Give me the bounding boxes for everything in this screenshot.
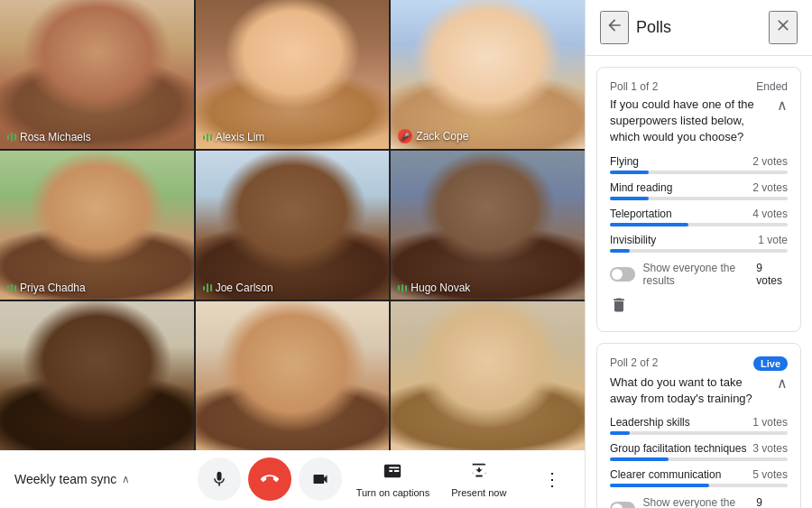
poll-1-bar-2 <box>610 197 649 200</box>
poll-2-opt-3-label: Clearer communication <box>610 468 721 481</box>
camera-button[interactable] <box>299 457 342 501</box>
poll-1-footer: Show everyone the results 9 votes <box>610 262 788 287</box>
participant-name-zack: 🎤 Zack Cope <box>398 129 468 143</box>
poll-2-number: Poll 2 of 2 <box>610 356 658 369</box>
poll-1-question-row: If you could have one of the superpowers… <box>610 97 788 146</box>
close-button[interactable] <box>769 11 798 44</box>
mic-indicator-joe <box>203 283 212 292</box>
mic-indicator-alexis <box>203 134 212 142</box>
poll-1-show-results-label: Show everyone the results <box>642 262 756 287</box>
poll-2-option-leadership: Leadership skills 1 votes <box>610 416 788 435</box>
poll-card-2: Poll 2 of 2 Live What do you want to tak… <box>596 343 801 508</box>
poll-card-1: Poll 1 of 2 Ended If you could have one … <box>596 67 801 332</box>
mic-indicator-rosa <box>7 133 16 142</box>
participant-tile-zack: 🎤 Zack Cope <box>391 0 585 149</box>
poll-1-bar-1 <box>610 171 649 174</box>
poll-2-opt-1-votes: 1 votes <box>752 416 788 429</box>
poll-1-opt-4-label: Invisibility <box>610 234 656 246</box>
captions-button[interactable]: Turn on captions <box>349 457 438 502</box>
poll-2-status: Live <box>753 356 788 371</box>
poll-1-option-flying: Flying 2 votes <box>610 155 788 174</box>
participant-name-hugo: Hugo Novak <box>398 282 470 294</box>
meeting-title-area: Weekly team sync ∧ <box>14 472 177 486</box>
present-label: Present now <box>451 487 506 498</box>
poll-2-options: Leadership skills 1 votes Group facilita… <box>610 416 788 487</box>
poll-2-chevron[interactable]: ∧ <box>777 374 788 392</box>
poll-1-opt-3-label: Teleportation <box>610 208 672 220</box>
poll-1-bar-3 <box>610 223 688 226</box>
poll-1-option-mind: Mind reading 2 votes <box>610 181 788 200</box>
participant-tile-9 <box>391 301 585 450</box>
poll-1-bar-4 <box>610 249 630 253</box>
poll-2-show-results-label: Show everyone the results <box>642 496 756 508</box>
poll-1-delete-icon[interactable] <box>610 296 628 319</box>
poll-1-option-teleport: Teleportation 4 votes <box>610 208 788 226</box>
mute-icon-zack: 🎤 <box>398 129 412 143</box>
poll-1-question: If you could have one of the superpowers… <box>610 97 770 146</box>
poll-1-header: Poll 1 of 2 Ended <box>610 80 788 93</box>
panel-title: Polls <box>636 18 761 37</box>
participant-tile-8 <box>196 301 390 450</box>
video-area: Rosa Michaels Alexis Lim 🎤 Zack Cope <box>0 0 585 508</box>
polls-content: Poll 1 of 2 Ended If you could have one … <box>586 56 812 508</box>
bottom-bar: Weekly team sync ∧ <box>0 450 585 508</box>
poll-2-opt-2-votes: 3 votes <box>752 442 788 455</box>
participant-name-priya: Priya Chadha <box>7 282 86 294</box>
participant-name-rosa: Rosa Michaels <box>7 131 91 143</box>
participant-name-alexis: Alexis Lim <box>203 131 265 143</box>
poll-1-opt-1-label: Flying <box>610 155 639 168</box>
participant-tile-alexis: Alexis Lim <box>196 0 390 149</box>
captions-label: Turn on captions <box>356 487 430 498</box>
poll-1-number: Poll 1 of 2 <box>610 80 658 93</box>
participant-tile-joe: Joe Carlson <box>196 151 390 300</box>
participant-tile-priya: Priya Chadha <box>0 151 194 300</box>
participant-tile-7 <box>0 301 194 450</box>
back-button[interactable] <box>600 11 629 44</box>
present-button[interactable]: Present now <box>444 457 513 502</box>
poll-1-actions <box>610 296 788 319</box>
poll-1-results-toggle[interactable] <box>610 267 635 282</box>
poll-2-option-communication: Clearer communication 5 votes <box>610 468 788 487</box>
poll-1-options: Flying 2 votes Mind reading 2 votes <box>610 155 788 253</box>
polls-panel: Polls Poll 1 of 2 Ended If you could hav… <box>585 0 812 508</box>
poll-1-opt-1-votes: 2 votes <box>752 155 788 168</box>
meeting-title: Weekly team sync <box>14 472 116 486</box>
poll-1-chevron[interactable]: ∧ <box>777 97 788 114</box>
poll-2-bar-2 <box>610 457 669 461</box>
poll-2-opt-1-label: Leadership skills <box>610 416 690 429</box>
poll-2-results-toggle[interactable] <box>610 502 635 508</box>
poll-1-option-invisible: Invisibility 1 vote <box>610 234 788 253</box>
participant-tile-rosa: Rosa Michaels <box>0 0 194 149</box>
poll-2-total-votes: 9 votes <box>756 496 788 508</box>
video-grid: Rosa Michaels Alexis Lim 🎤 Zack Cope <box>0 0 585 450</box>
poll-1-opt-2-label: Mind reading <box>610 181 672 194</box>
panel-header: Polls <box>586 0 812 56</box>
poll-2-footer: Show everyone the results 9 votes <box>610 496 788 508</box>
poll-1-opt-3-votes: 4 votes <box>752 208 788 220</box>
participant-name-joe: Joe Carlson <box>203 282 273 294</box>
poll-2-bar-1 <box>610 431 630 435</box>
poll-1-total-votes: 9 votes <box>756 262 788 287</box>
poll-2-question: What do you want to take away from today… <box>610 374 770 407</box>
mic-indicator-priya <box>7 284 16 292</box>
poll-2-option-facilitation: Group facilitation techniques 3 votes <box>610 442 788 461</box>
poll-2-question-row: What do you want to take away from today… <box>610 374 788 407</box>
poll-1-opt-4-votes: 1 vote <box>758 234 788 246</box>
participant-tile-hugo: Hugo Novak <box>391 151 585 300</box>
poll-2-header: Poll 2 of 2 Live <box>610 356 788 371</box>
controls-center: Turn on captions Present now <box>177 457 534 502</box>
poll-2-bar-3 <box>610 484 709 487</box>
mic-button[interactable] <box>198 457 241 501</box>
meeting-chevron[interactable]: ∧ <box>122 473 130 485</box>
present-icon <box>469 461 489 485</box>
poll-2-opt-3-votes: 5 votes <box>752 468 788 481</box>
more-options-button[interactable]: ⋮ <box>534 461 570 497</box>
mic-indicator-hugo <box>398 284 407 292</box>
poll-1-status: Ended <box>756 80 788 93</box>
poll-2-opt-2-label: Group facilitation techniques <box>610 442 746 455</box>
end-call-button[interactable] <box>248 457 291 501</box>
poll-1-opt-2-votes: 2 votes <box>752 181 788 194</box>
captions-icon <box>383 461 402 485</box>
